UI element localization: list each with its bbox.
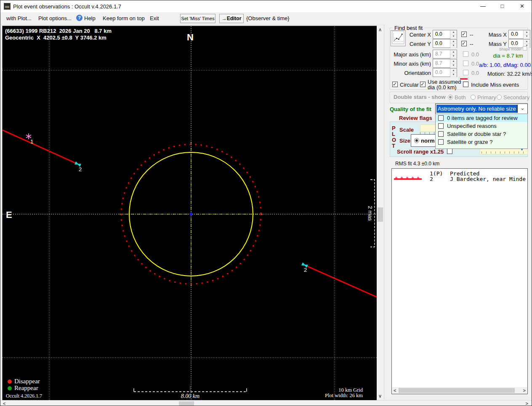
orientation-checkbox[interactable] — [463, 70, 468, 75]
primary-radio[interactable] — [471, 95, 476, 100]
review-flag-checkbox[interactable] — [438, 123, 444, 129]
disappear-dot-icon — [8, 379, 12, 384]
spinner-down-icon[interactable]: ▼ — [450, 54, 457, 58]
review-flag-item[interactable]: Satellite or graze ? — [436, 138, 527, 146]
major-axis-aux: 0.0 — [471, 51, 479, 58]
chord-segment-west — [3, 130, 78, 164]
spinner-down-icon[interactable]: ▼ — [524, 34, 530, 39]
center-y-dash: -- — [470, 41, 473, 47]
maximize-button-icon[interactable]: □ — [493, 0, 512, 12]
scroll-up-icon[interactable]: ∧ — [378, 27, 382, 32]
rms-fit-label: RMS fit 4.3 ±0.0 km — [395, 161, 439, 167]
horizontal-scroll-thumb[interactable] — [179, 401, 194, 406]
shape-model-label: Shape model — [499, 47, 521, 51]
scroll-right-icon[interactable]: > — [526, 401, 528, 406]
minor-axis-label: Minor axis (km) — [388, 61, 431, 67]
circular-checkbox[interactable] — [392, 82, 398, 87]
center-y-checkbox[interactable] — [461, 41, 467, 46]
size-label: Size — [399, 138, 410, 144]
review-flag-checkbox[interactable] — [438, 131, 444, 137]
plot-group-letter-l: L — [392, 131, 395, 137]
menu-plot-options[interactable]: Plot options... — [38, 15, 72, 21]
major-axis-label: Major axis (km) — [388, 51, 431, 58]
plot-canvas[interactable]: (66633) 1999 RB212 2026 Jan 20 8.7 km Ge… — [2, 26, 377, 401]
scroll-range-label: Scroll range x1.25 — [397, 149, 444, 155]
center-x-spinner[interactable]: 0.0 ▲▼ — [433, 30, 457, 39]
center-x-checkbox[interactable] — [461, 32, 467, 37]
primary-label: Primary — [477, 94, 496, 101]
spinner-up-icon[interactable]: ▲ — [450, 50, 457, 54]
minor-axis-checkbox[interactable] — [463, 61, 468, 66]
review-flag-checkbox[interactable] — [438, 139, 444, 145]
secondary-label: Secondary — [503, 94, 529, 101]
editor-button[interactable]: →Editor — [219, 14, 244, 23]
secondary-radio[interactable] — [497, 95, 502, 100]
window-title: Plot event observations : Occult v.4.202… — [13, 3, 121, 10]
minor-axis-spinner[interactable]: 8.7 ▲▼ — [433, 59, 457, 68]
menu-exit[interactable]: Exit — [150, 15, 159, 21]
listbox-scroll-thumb[interactable] — [399, 388, 515, 393]
mass-y-label: Mass Y — [488, 41, 507, 47]
spinner-up-icon[interactable]: ▲ — [450, 30, 457, 34]
plot-graphics — [3, 26, 377, 401]
vertical-scroll-thumb[interactable] — [378, 207, 383, 222]
spinner-up-icon[interactable]: ▲ — [450, 40, 457, 44]
double-stars-title: Double stars - show — [394, 94, 446, 100]
chord1-number: 1 — [30, 138, 33, 145]
chord2-number-east: 2 — [304, 267, 307, 273]
menu-help[interactable]: Help — [84, 15, 96, 21]
use-assumed-checkbox[interactable] — [420, 82, 426, 87]
menu-with-plot[interactable]: with Plot... — [6, 15, 32, 21]
reappear-legend: Reappear — [8, 385, 38, 392]
review-flag-checkbox[interactable] — [438, 115, 444, 121]
spinner-down-icon[interactable]: ▼ — [450, 64, 457, 68]
spinner-up-icon[interactable]: ▲ — [450, 69, 457, 73]
menu-keep-on-top[interactable]: Keep form on top — [103, 15, 145, 21]
mass-y-spinner[interactable]: 0.0 ▲▼ — [508, 39, 530, 48]
center-y-spinner[interactable]: 0.0 ▲▼ — [433, 39, 457, 48]
spinner-down-icon[interactable]: ▼ — [450, 73, 457, 77]
listbox-horizontal-scrollbar[interactable]: < > — [392, 387, 527, 394]
plot-group-letter-o: O — [392, 137, 396, 143]
chord-segment-east — [305, 265, 377, 297]
major-axis-spinner[interactable]: 8.7 ▲▼ — [433, 50, 457, 58]
scroll-left-icon[interactable]: < — [394, 388, 396, 393]
mass-x-spinner[interactable]: 0.0 ▲▼ — [508, 30, 530, 39]
orientation-spinner[interactable]: 0.0 ▲▼ — [433, 68, 457, 77]
chevron-down-icon[interactable]: ⌄ — [520, 105, 525, 111]
both-radio[interactable] — [448, 95, 453, 100]
review-flag-item[interactable]: Unspecified reasons — [436, 122, 527, 130]
observer-listbox[interactable]: 1(P)Predicted 2J Bardecker, near Minde <… — [391, 168, 528, 394]
spinner-up-icon[interactable]: ▲ — [524, 30, 530, 34]
center-x-label: Center X — [400, 32, 431, 38]
scroll-down-icon[interactable]: ∨ — [378, 393, 382, 399]
orientation-label: Orientation — [388, 70, 431, 76]
close-button-icon[interactable]: ✕ — [513, 0, 532, 12]
scale-slider[interactable] — [420, 125, 436, 132]
include-miss-checkbox[interactable] — [463, 82, 468, 87]
center-point — [190, 213, 193, 216]
review-flag-item[interactable]: 0 items are tagged for review — [436, 114, 527, 122]
set-miss-times-button[interactable]: Set 'Miss' Times — [180, 14, 215, 23]
spinner-down-icon[interactable]: ▼ — [450, 44, 457, 48]
reappear-dot-icon — [8, 386, 12, 390]
size-normal-radio[interactable] — [414, 138, 419, 143]
title-bar: Plot event observations : Occult v.4.202… — [0, 0, 532, 12]
scroll-left-icon[interactable]: < — [3, 401, 5, 406]
shape-model-checkbox[interactable] — [523, 46, 527, 50]
spinner-up-icon[interactable]: ▲ — [524, 40, 530, 44]
scroll-range-checkbox[interactable] — [447, 149, 452, 154]
quality-combobox[interactable]: Astrometry only. No reliable size ⌄ — [435, 103, 528, 114]
orientation-aux: 0.0 — [471, 70, 479, 76]
minimize-button-icon[interactable]: — — [473, 0, 492, 12]
plot-vertical-scrollbar[interactable]: ∧ ∨ — [377, 26, 384, 400]
disappear-legend: Disappear — [8, 378, 40, 385]
major-axis-checkbox[interactable] — [463, 51, 468, 57]
center-x-dash: -- — [470, 32, 473, 38]
scroll-right-icon[interactable]: > — [523, 388, 526, 393]
review-flag-item[interactable]: Satellite or double star ? — [436, 130, 527, 138]
scale-bar-label: 8.00 km — [171, 393, 210, 400]
spinner-down-icon[interactable]: ▼ — [450, 34, 457, 39]
spinner-up-icon[interactable]: ▲ — [450, 59, 457, 64]
plot-horizontal-scrollbar[interactable]: < > — [0, 400, 532, 406]
